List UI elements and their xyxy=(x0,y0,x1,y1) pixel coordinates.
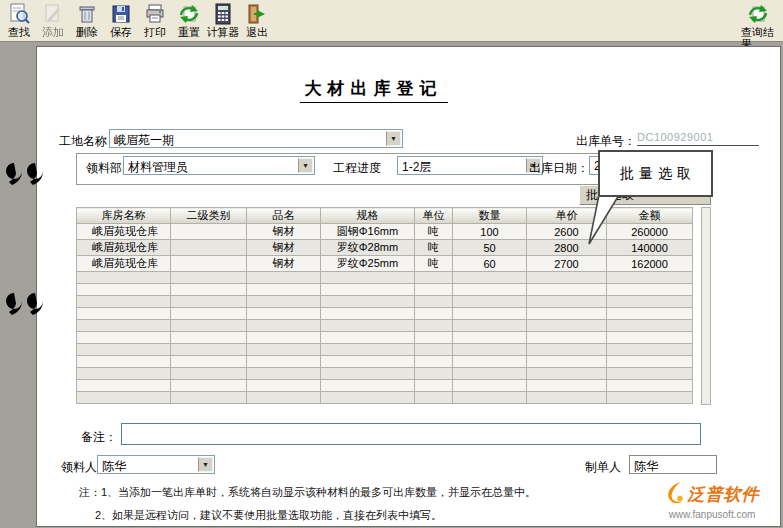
table-cell[interactable]: 162000 xyxy=(607,256,693,272)
print-button[interactable]: 打印 xyxy=(138,1,172,38)
table-cell[interactable] xyxy=(247,272,321,284)
save-button[interactable]: 保存 xyxy=(104,1,138,38)
table-cell[interactable] xyxy=(171,272,247,284)
table-cell[interactable] xyxy=(607,344,693,356)
table-cell[interactable] xyxy=(607,296,693,308)
column-header[interactable]: 品名 xyxy=(247,208,321,224)
table-cell[interactable]: 峨眉苑现仓库 xyxy=(77,240,171,256)
table-cell[interactable] xyxy=(171,320,247,332)
table-cell[interactable] xyxy=(453,356,527,368)
table-cell[interactable]: 吨 xyxy=(415,224,453,240)
table-cell[interactable] xyxy=(527,308,607,320)
table-cell[interactable] xyxy=(453,320,527,332)
chevron-down-icon[interactable]: ▼ xyxy=(386,131,401,146)
table-cell[interactable] xyxy=(247,284,321,296)
table-cell[interactable] xyxy=(321,368,415,380)
table-cell[interactable] xyxy=(321,332,415,344)
table-cell[interactable] xyxy=(321,308,415,320)
table-cell[interactable] xyxy=(527,296,607,308)
table-row[interactable] xyxy=(77,296,693,308)
delete-button[interactable]: 删除 xyxy=(70,1,104,38)
table-cell[interactable] xyxy=(453,380,527,392)
table-cell[interactable] xyxy=(453,272,527,284)
table-cell[interactable] xyxy=(415,392,453,404)
table-cell[interactable]: 罗纹Φ25mm xyxy=(321,256,415,272)
table-cell[interactable] xyxy=(321,320,415,332)
table-cell[interactable] xyxy=(77,296,171,308)
table-cell[interactable] xyxy=(415,356,453,368)
table-cell[interactable] xyxy=(171,256,247,272)
table-row[interactable] xyxy=(77,272,693,284)
table-cell[interactable] xyxy=(527,284,607,296)
table-cell[interactable] xyxy=(247,392,321,404)
table-cell[interactable]: 50 xyxy=(453,240,527,256)
table-cell[interactable] xyxy=(321,284,415,296)
table-cell[interactable] xyxy=(247,356,321,368)
table-cell[interactable] xyxy=(453,296,527,308)
table-cell[interactable] xyxy=(171,332,247,344)
table-cell[interactable]: 罗纹Φ28mm xyxy=(321,240,415,256)
progress-select[interactable]: 1-2层 ▼ xyxy=(397,156,543,175)
column-header[interactable]: 单位 xyxy=(415,208,453,224)
table-cell[interactable] xyxy=(527,272,607,284)
table-cell[interactable]: 吨 xyxy=(415,240,453,256)
table-cell[interactable]: 吨 xyxy=(415,256,453,272)
picker-select[interactable]: 陈华 ▼ xyxy=(97,455,215,474)
table-cell[interactable] xyxy=(527,368,607,380)
table-cell[interactable] xyxy=(527,356,607,368)
query-result-button[interactable]: 查询结果 xyxy=(741,1,775,50)
table-cell[interactable] xyxy=(171,344,247,356)
chevron-down-icon[interactable]: ▼ xyxy=(198,457,213,472)
table-cell[interactable] xyxy=(607,392,693,404)
table-cell[interactable]: 钢材 xyxy=(247,240,321,256)
table-cell[interactable]: 钢材 xyxy=(247,224,321,240)
table-row[interactable] xyxy=(77,320,693,332)
table-cell[interactable] xyxy=(453,344,527,356)
table-cell[interactable] xyxy=(77,356,171,368)
table-cell[interactable] xyxy=(527,332,607,344)
table-cell[interactable] xyxy=(77,392,171,404)
table-cell[interactable] xyxy=(415,308,453,320)
table-cell[interactable] xyxy=(77,368,171,380)
table-cell[interactable]: 钢材 xyxy=(247,256,321,272)
table-row[interactable] xyxy=(77,380,693,392)
table-row[interactable] xyxy=(77,284,693,296)
table-cell[interactable]: 峨眉苑现仓库 xyxy=(77,224,171,240)
table-cell[interactable] xyxy=(77,308,171,320)
table-cell[interactable] xyxy=(607,368,693,380)
calculator-button[interactable]: 计算器 xyxy=(206,1,240,38)
table-row[interactable] xyxy=(77,344,693,356)
table-cell[interactable] xyxy=(247,320,321,332)
table-cell[interactable] xyxy=(527,320,607,332)
table-cell[interactable] xyxy=(77,284,171,296)
table-cell[interactable] xyxy=(415,380,453,392)
table-row[interactable] xyxy=(77,392,693,404)
table-cell[interactable] xyxy=(607,272,693,284)
column-header[interactable]: 二级类别 xyxy=(171,208,247,224)
table-cell[interactable] xyxy=(415,320,453,332)
table-cell[interactable] xyxy=(77,344,171,356)
table-cell[interactable] xyxy=(171,240,247,256)
column-header[interactable]: 数量 xyxy=(453,208,527,224)
table-cell[interactable] xyxy=(453,308,527,320)
table-cell[interactable] xyxy=(247,380,321,392)
table-cell[interactable] xyxy=(171,356,247,368)
table-cell[interactable] xyxy=(171,308,247,320)
table-row[interactable] xyxy=(77,368,693,380)
table-cell[interactable] xyxy=(77,320,171,332)
table-cell[interactable] xyxy=(77,380,171,392)
table-cell[interactable] xyxy=(607,320,693,332)
dept-select[interactable]: 材料管理员 ▼ xyxy=(123,156,315,175)
table-cell[interactable]: 峨眉苑现仓库 xyxy=(77,256,171,272)
table-cell[interactable] xyxy=(321,344,415,356)
table-cell[interactable] xyxy=(171,284,247,296)
table-cell[interactable] xyxy=(453,332,527,344)
table-cell[interactable] xyxy=(321,392,415,404)
table-row[interactable] xyxy=(77,356,693,368)
table-cell[interactable] xyxy=(247,308,321,320)
table-cell[interactable] xyxy=(321,296,415,308)
table-cell[interactable] xyxy=(415,284,453,296)
reset-button[interactable]: 重置 xyxy=(172,1,206,38)
table-scrollbar[interactable] xyxy=(701,207,711,405)
table-cell[interactable] xyxy=(527,392,607,404)
